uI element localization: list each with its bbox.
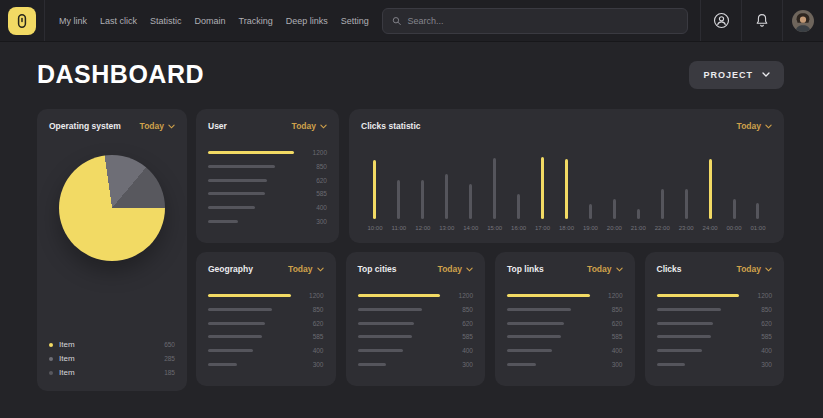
bar (469, 184, 472, 219)
period-select[interactable]: Today (288, 264, 323, 274)
paperclip-icon (15, 13, 29, 29)
bar-area (421, 157, 424, 219)
bar-row: 850 (208, 306, 324, 313)
search-box[interactable] (382, 8, 688, 34)
bar-row: 620 (657, 320, 773, 327)
bar-value: 850 (748, 306, 772, 313)
vbar-chart: 10:0011:0012:0013:0014:0015:0016:0017:00… (361, 141, 772, 231)
bar-row: 1200 (358, 292, 474, 299)
search-input[interactable] (407, 16, 678, 26)
bar-column: 24:00 (698, 157, 722, 231)
legend-value: 285 (164, 355, 175, 362)
bar-area (397, 157, 400, 219)
period-select[interactable]: Today (140, 121, 175, 131)
bar-value: 585 (303, 190, 327, 197)
bar-value: 300 (449, 361, 473, 368)
bar (589, 204, 592, 219)
bar-track (208, 308, 300, 311)
card-title: User (208, 121, 227, 131)
period-select[interactable]: Today (737, 264, 772, 274)
search-icon (392, 16, 401, 26)
bar-value: 400 (449, 347, 473, 354)
chevron-down-icon (765, 124, 772, 129)
nav-item-deep-links[interactable]: Deep links (286, 16, 328, 26)
period-select[interactable]: Today (587, 264, 622, 274)
bar (657, 322, 714, 325)
bar-value: 300 (599, 361, 623, 368)
bar-area (565, 157, 568, 219)
time-label: 17:00 (535, 225, 550, 231)
bar-value: 850 (303, 163, 327, 170)
bar (208, 363, 237, 366)
period-select[interactable]: Today (737, 121, 772, 131)
bar (685, 189, 688, 219)
bar (657, 308, 721, 311)
period-label: Today (737, 121, 761, 131)
bar (507, 322, 564, 325)
nav-item-tracking[interactable]: Tracking (239, 16, 273, 26)
bar-row: 850 (657, 306, 773, 313)
bar-column: 01:00 (746, 157, 770, 231)
card-title: Clicks (657, 264, 682, 274)
bar-value: 400 (599, 347, 623, 354)
card-header: Geography Today (208, 264, 324, 274)
bar-column: 18:00 (555, 157, 579, 231)
nav-menu: My linkLast clickStatisticDomainTracking… (59, 16, 369, 26)
bell-icon (755, 13, 769, 28)
chevron-down-icon (320, 124, 327, 129)
card-title: Geography (208, 264, 253, 274)
legend-item: Item185 (49, 368, 175, 377)
bar-row: 585 (208, 333, 324, 340)
bar (358, 349, 403, 352)
bar (661, 189, 664, 219)
app-logo-button[interactable] (8, 7, 36, 35)
chevron-down-icon (765, 267, 772, 272)
project-button-label: PROJECT (703, 70, 753, 80)
bar (637, 209, 640, 219)
card-header: Top cities Today (358, 264, 474, 274)
legend-item: Item650 (49, 340, 175, 349)
card-header: Top links Today (507, 264, 623, 274)
bar-track (208, 206, 303, 209)
hbar-chart: 1200850620585400300 (657, 292, 773, 368)
period-label: Today (737, 264, 761, 274)
period-select[interactable]: Today (292, 121, 327, 131)
bar-row: 620 (358, 320, 474, 327)
time-label: 23:00 (679, 225, 694, 231)
time-label: 20:00 (607, 225, 622, 231)
time-label: 00:00 (727, 225, 742, 231)
project-dropdown-button[interactable]: PROJECT (689, 61, 784, 89)
bar-value: 300 (300, 361, 324, 368)
bar-column: 11:00 (387, 157, 411, 231)
nav-item-domain[interactable]: Domain (195, 16, 226, 26)
period-select[interactable]: Today (438, 264, 473, 274)
period-label: Today (438, 264, 462, 274)
nav-item-statistic[interactable]: Statistic (150, 16, 182, 26)
nav-item-my-link[interactable]: My link (59, 16, 87, 26)
legend-value: 650 (164, 341, 175, 348)
user-avatar[interactable] (783, 0, 823, 41)
bar (421, 180, 424, 219)
bar-area (493, 157, 496, 219)
bar-track (657, 335, 749, 338)
account-button[interactable] (701, 0, 741, 41)
legend-label: Item (59, 368, 75, 377)
card-title: Clicks statistic (361, 121, 421, 131)
bar-track (208, 294, 300, 297)
nav-item-last-click[interactable]: Last click (100, 16, 137, 26)
bar (613, 199, 616, 219)
bar-row: 400 (208, 347, 324, 354)
bar (208, 206, 255, 209)
bar (709, 159, 712, 219)
card-header: User Today (208, 121, 327, 131)
bar (493, 158, 496, 219)
card-header: Clicks statistic Today (361, 121, 772, 131)
bar-column: 21:00 (626, 157, 650, 231)
bar-area (469, 157, 472, 219)
bar (208, 335, 262, 338)
notifications-button[interactable] (742, 0, 782, 41)
card-title: Top cities (358, 264, 397, 274)
legend-item: Item285 (49, 354, 175, 363)
bar (756, 203, 759, 219)
nav-item-setting[interactable]: Setting (341, 16, 369, 26)
